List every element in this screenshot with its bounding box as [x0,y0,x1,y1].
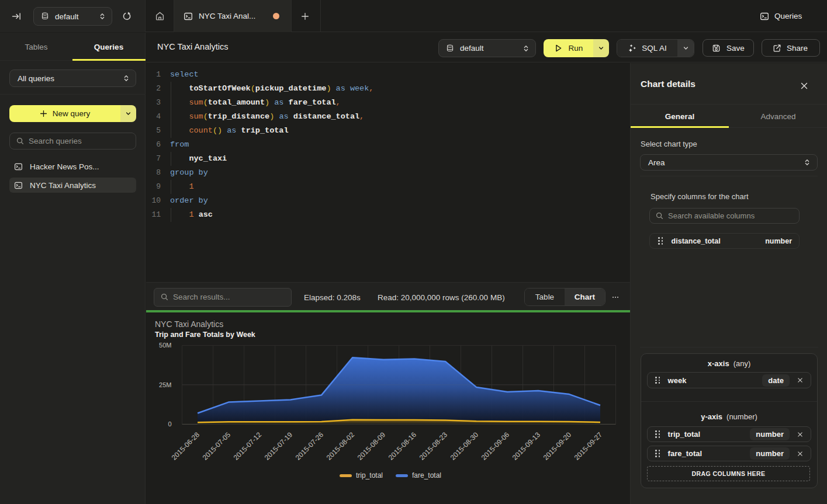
svg-text:2015-08-09: 2015-08-09 [356,430,387,462]
svg-text:2015-07-12: 2015-07-12 [232,430,264,462]
svg-text:0: 0 [168,420,171,427]
svg-text:25M: 25M [159,381,171,388]
svg-text:2015-07-05: 2015-07-05 [201,430,233,462]
svg-text:2015-09-27: 2015-09-27 [573,430,604,462]
svg-text:2015-08-16: 2015-08-16 [387,430,418,462]
svg-text:2015-08-02: 2015-08-02 [325,430,357,462]
svg-text:2015-07-19: 2015-07-19 [263,430,295,462]
svg-text:2015-07-26: 2015-07-26 [294,430,326,462]
svg-text:2015-09-06: 2015-09-06 [480,430,511,462]
svg-text:2015-09-20: 2015-09-20 [542,430,573,462]
svg-text:2015-08-30: 2015-08-30 [449,430,480,462]
svg-text:2015-09-13: 2015-09-13 [511,430,542,462]
svg-text:2015-06-28: 2015-06-28 [170,430,202,462]
svg-text:2015-08-23: 2015-08-23 [418,430,449,462]
svg-text:50M: 50M [159,342,171,349]
